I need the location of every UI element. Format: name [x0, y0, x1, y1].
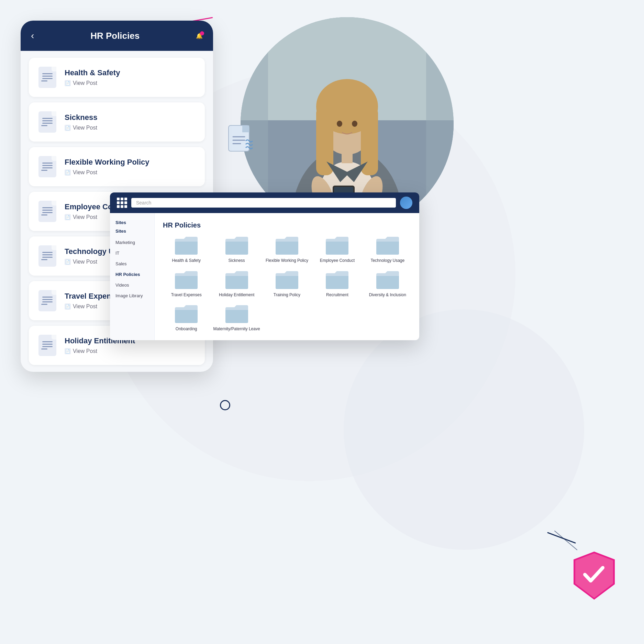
folder-icon-holiday-entitlement: [225, 270, 249, 290]
folder-item-employee-conduct[interactable]: Employee Conduct: [314, 236, 360, 264]
svg-point-11: [352, 121, 357, 127]
bell-button[interactable]: 🔔: [196, 33, 203, 39]
sidebar-section-label: Sites: [110, 229, 154, 237]
policy-doc-icon: [37, 289, 58, 313]
folder-grid: Health & Safety Sickness Flexible Workin…: [163, 236, 411, 332]
folder-icon-flexible-working: [275, 236, 299, 255]
folder-label-training-policy: Training Policy: [274, 292, 300, 298]
folder-item-sickness[interactable]: Sickness: [213, 236, 260, 264]
folder-item-health-safety[interactable]: Health & Safety: [163, 236, 210, 264]
folder-icon-sickness: [225, 236, 249, 255]
view-post-icon: 📄: [65, 303, 71, 310]
mobile-header: ‹ HR Policies 🔔: [21, 21, 213, 51]
apps-button[interactable]: [117, 198, 127, 208]
folder-icon-travel-expenses: [174, 270, 198, 290]
shield-decoration: [572, 550, 617, 603]
folder-item-onboarding[interactable]: Onboarding: [163, 304, 210, 332]
view-post-label: View Post: [73, 169, 97, 176]
folder-label-holiday-entitlement: Holiday Entitlement: [219, 292, 254, 298]
policy-doc-icon: [37, 65, 58, 89]
folder-icon-employee-conduct: [325, 236, 349, 255]
view-post-label: View Post: [73, 303, 97, 310]
policy-doc-icon: [37, 155, 58, 179]
view-post-icon: 📄: [65, 348, 71, 354]
policy-title: Health & Safety: [65, 68, 197, 77]
folder-label-employee-conduct: Employee Conduct: [320, 258, 355, 264]
folder-label-maternity-paternity: Maternity/Paternity Leave: [213, 326, 260, 332]
desktop-sidebar: Sites SitesMarketingITSalesHR PoliciesVi…: [110, 213, 155, 340]
folder-icon-onboarding: [174, 304, 198, 324]
desktop-panel: Search Sites SitesMarketingITSalesHR Pol…: [110, 192, 419, 340]
folder-item-travel-expenses[interactable]: Travel Expenses: [163, 270, 210, 298]
floating-doc-icon: [227, 124, 254, 155]
policy-doc-icon: [37, 199, 58, 223]
view-post-label: View Post: [73, 214, 97, 220]
folder-item-holiday-entitlement[interactable]: Holiday Entitlement: [213, 270, 260, 298]
policy-title: Flexible Working Policy: [65, 158, 197, 167]
view-post-label: View Post: [73, 80, 97, 86]
policy-item-health-safety[interactable]: Health & Safety 📄 View Post: [29, 58, 205, 97]
folder-item-training-policy[interactable]: Training Policy: [264, 270, 310, 298]
folder-label-flexible-working: Flexible Working Policy: [266, 258, 308, 264]
desktop-main-title: HR Policies: [163, 221, 411, 229]
sidebar-item-sales[interactable]: Sales: [110, 258, 154, 269]
folder-item-diversity-inclusion[interactable]: Diversity & Inclusion: [364, 270, 411, 298]
svg-line-24: [555, 531, 577, 550]
policy-info: Health & Safety 📄 View Post: [65, 68, 197, 86]
back-button[interactable]: ‹: [31, 30, 34, 41]
folder-item-maternity-paternity[interactable]: Maternity/Paternity Leave: [213, 304, 260, 332]
view-post-label: View Post: [73, 348, 97, 354]
svg-point-10: [337, 121, 342, 127]
view-post-label: View Post: [73, 125, 97, 131]
desktop-main: HR Policies Health & Safety Sickness: [155, 213, 419, 340]
view-post-icon: 📄: [65, 259, 71, 265]
folder-icon-technology-usage: [376, 236, 400, 255]
sidebar-item-videos[interactable]: Videos: [110, 280, 154, 290]
sidebar-item-hr-policies[interactable]: HR Policies: [110, 269, 154, 280]
folder-item-flexible-working[interactable]: Flexible Working Policy: [264, 236, 310, 264]
sidebar-item-it[interactable]: IT: [110, 248, 154, 258]
folder-label-health-safety: Health & Safety: [172, 258, 201, 264]
policy-title: Sickness: [65, 113, 197, 122]
svg-rect-17: [342, 149, 353, 163]
policy-item-flexible-working[interactable]: Flexible Working Policy 📄 View Post: [29, 147, 205, 186]
folder-icon-diversity-inclusion: [376, 270, 400, 290]
folder-label-recruitment: Recruitment: [326, 292, 348, 298]
mobile-title: HR Policies: [34, 31, 196, 41]
policy-info: Flexible Working Policy 📄 View Post: [65, 158, 197, 176]
folder-icon-training-policy: [275, 270, 299, 290]
notification-badge: [200, 31, 204, 35]
folder-icon-recruitment: [325, 270, 349, 290]
folder-label-technology-usage: Technology Usage: [370, 258, 404, 264]
folder-icon-health-safety: [174, 236, 198, 255]
folder-label-onboarding: Onboarding: [176, 326, 197, 332]
view-post-link-health-safety[interactable]: 📄 View Post: [65, 80, 197, 86]
sidebar-item-marketing[interactable]: Marketing: [110, 237, 154, 248]
policy-info: Sickness 📄 View Post: [65, 113, 197, 131]
folder-label-diversity-inclusion: Diversity & Inclusion: [369, 292, 406, 298]
view-post-link-flexible-working[interactable]: 📄 View Post: [65, 169, 197, 176]
folder-label-travel-expenses: Travel Expenses: [171, 292, 202, 298]
folder-item-technology-usage[interactable]: Technology Usage: [364, 236, 411, 264]
sidebar-section-label: Sites: [110, 220, 154, 229]
folder-item-recruitment[interactable]: Recruitment: [314, 270, 360, 298]
sidebar-item-image-library[interactable]: Image Library: [110, 290, 154, 301]
folder-label-sickness: Sickness: [229, 258, 245, 264]
view-post-icon: 📄: [65, 169, 71, 176]
user-avatar[interactable]: [400, 197, 412, 209]
view-post-icon: 📄: [65, 80, 71, 86]
folder-icon-maternity-paternity: [225, 304, 249, 324]
policy-doc-icon: [37, 110, 58, 134]
desktop-body: Sites SitesMarketingITSalesHR PoliciesVi…: [110, 213, 419, 340]
policy-doc-icon: [37, 244, 58, 268]
view-post-link-holiday-entitlement[interactable]: 📄 View Post: [65, 348, 197, 354]
policy-doc-icon: [37, 333, 58, 357]
svg-line-23: [548, 533, 575, 543]
view-post-link-sickness[interactable]: 📄 View Post: [65, 125, 197, 131]
view-post-label: View Post: [73, 259, 97, 265]
policy-item-sickness[interactable]: Sickness 📄 View Post: [29, 102, 205, 142]
search-input[interactable]: Search: [131, 198, 396, 208]
view-post-icon: 📄: [65, 125, 71, 131]
view-post-icon: 📄: [65, 214, 71, 220]
deco-circle: [220, 400, 230, 410]
